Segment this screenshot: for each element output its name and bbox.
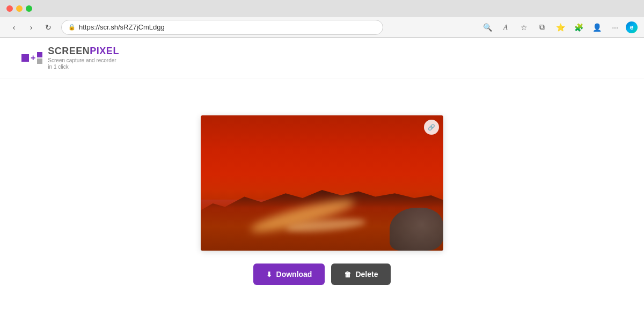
maximize-traffic-light[interactable] <box>26 5 32 12</box>
close-traffic-light[interactable] <box>6 5 13 12</box>
browser-chrome: ‹ › ↻ 🔒 https://scr.sh/sRZ7jCmLdgg 🔍 𝐴 ☆… <box>0 0 644 38</box>
logo-sq-bottom <box>37 58 42 64</box>
image-container: 🔗 <box>201 115 443 251</box>
logo-square-left <box>21 54 29 62</box>
zoom-button[interactable]: 🔍 <box>480 20 495 35</box>
action-buttons: ⬇ Download 🗑 Delete <box>253 264 391 285</box>
logo-plus-icon: + <box>31 53 35 63</box>
nav-buttons: ‹ › ↻ <box>6 20 56 35</box>
more-button[interactable]: ··· <box>608 20 623 35</box>
delete-button[interactable]: 🗑 Delete <box>331 264 391 285</box>
browser-extension-button[interactable]: 🧩 <box>571 20 586 35</box>
logo-sq-top <box>37 52 42 57</box>
main-content: 🔗 ⬇ Download 🗑 Delete <box>190 78 454 322</box>
browser-actions: 🔍 𝐴 ☆ ⧉ ⭐ 🧩 👤 ··· e <box>480 20 638 35</box>
logo-text-container: SCREENPIXEL Screen capture and recorder … <box>48 46 119 70</box>
traffic-lights <box>6 5 32 12</box>
favorites-button[interactable]: ☆ <box>516 20 531 35</box>
download-icon: ⬇ <box>266 270 272 279</box>
site-header: + SCREENPIXEL Screen capture and recorde… <box>0 38 644 78</box>
logo-squares-right <box>37 52 42 64</box>
read-aloud-button[interactable]: 𝐴 <box>498 20 513 35</box>
address-bar[interactable]: 🔒 https://scr.sh/sRZ7jCmLdgg <box>61 20 383 35</box>
split-screen-button[interactable]: ⧉ <box>535 20 550 35</box>
screenshot-image <box>201 115 443 251</box>
logo-icon: + <box>21 52 42 64</box>
lock-icon: 🔒 <box>68 24 76 31</box>
minimize-traffic-light[interactable] <box>16 5 23 12</box>
browser-titlebar <box>0 0 644 17</box>
logo-container: + SCREENPIXEL Screen capture and recorde… <box>21 46 119 70</box>
url-text: https://scr.sh/sRZ7jCmLdgg <box>79 23 165 31</box>
forward-button[interactable]: › <box>24 20 39 35</box>
collections-button[interactable]: ⭐ <box>553 20 568 35</box>
delete-label: Delete <box>355 270 378 279</box>
logo-screen: SCREEN <box>48 46 90 56</box>
delete-icon: 🗑 <box>344 270 351 279</box>
page-content: + SCREENPIXEL Screen capture and recorde… <box>0 38 644 322</box>
logo-text: SCREENPIXEL <box>48 46 119 57</box>
edge-icon: e <box>626 21 638 33</box>
logo-pixel: PIXEL <box>90 46 119 56</box>
back-button[interactable]: ‹ <box>6 20 21 35</box>
img-rocks <box>390 208 443 251</box>
download-label: Download <box>276 270 312 279</box>
download-button[interactable]: ⬇ Download <box>253 264 325 285</box>
browser-toolbar: ‹ › ↻ 🔒 https://scr.sh/sRZ7jCmLdgg 🔍 𝐴 ☆… <box>0 17 644 38</box>
refresh-button[interactable]: ↻ <box>41 20 56 35</box>
img-sky <box>201 115 443 199</box>
logo-tagline: Screen capture and recorder in 1 click <box>48 57 119 70</box>
profiles-button[interactable]: 👤 <box>589 20 604 35</box>
